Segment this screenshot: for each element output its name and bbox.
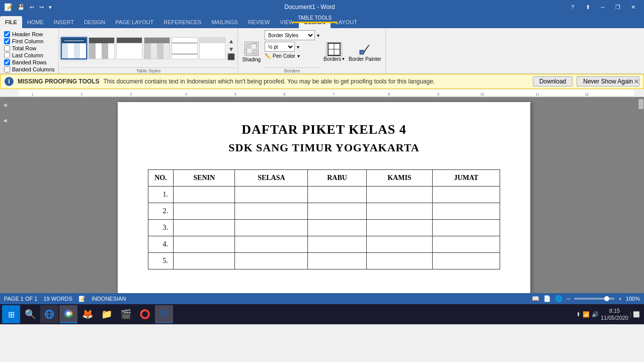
last-column-checkbox[interactable] bbox=[4, 52, 10, 58]
cell-data[interactable] bbox=[308, 203, 366, 220]
cell-data[interactable] bbox=[308, 187, 366, 203]
cell-no[interactable]: 3. bbox=[148, 220, 174, 236]
cell-no[interactable]: 1. bbox=[148, 187, 174, 203]
shading-button[interactable]: Shading bbox=[242, 42, 261, 62]
borders-dropdown-arrow[interactable]: ▾ bbox=[342, 56, 345, 61]
cell-data[interactable] bbox=[433, 187, 500, 203]
cell-data[interactable] bbox=[174, 220, 235, 236]
tab-references[interactable]: REFERENCES bbox=[158, 16, 206, 28]
tab-file[interactable]: FILE bbox=[0, 16, 22, 28]
table-style-2[interactable] bbox=[89, 37, 115, 59]
taskbar-firefox[interactable]: 🦊 bbox=[78, 305, 97, 323]
cell-data[interactable] bbox=[366, 236, 432, 253]
help-btn[interactable]: ? bbox=[566, 2, 580, 12]
taskbar-search[interactable]: 🔍 bbox=[21, 305, 39, 323]
cell-data[interactable] bbox=[366, 187, 432, 203]
tab-review[interactable]: REVIEW bbox=[243, 16, 275, 28]
taskbar-show-desktop[interactable]: ⬜ bbox=[630, 311, 640, 318]
cell-data[interactable] bbox=[174, 236, 235, 253]
table-style-selected[interactable] bbox=[61, 37, 87, 59]
cell-data[interactable] bbox=[235, 253, 308, 269]
taskbar-systray[interactable]: ⬆ bbox=[576, 311, 581, 318]
header-row-checkbox[interactable] bbox=[4, 31, 10, 37]
table-style-4[interactable] bbox=[144, 37, 170, 59]
download-button[interactable]: Download bbox=[533, 76, 573, 86]
border-painter-button[interactable]: Border Painter bbox=[349, 42, 381, 62]
taskbar-clock[interactable]: 8:15 11/05/2020 bbox=[601, 307, 628, 322]
tab-insert[interactable]: INSERT bbox=[49, 16, 79, 28]
document-area[interactable]: DAFTAR PIKET KELAS 4 SDK SANG TIMUR YOGY… bbox=[10, 97, 638, 293]
zoom-out-btn[interactable]: ─ bbox=[567, 296, 571, 302]
tab-mailings[interactable]: MAILINGS bbox=[206, 16, 243, 28]
cell-data[interactable] bbox=[174, 187, 235, 203]
first-column-option[interactable]: First Column bbox=[4, 38, 54, 44]
taskbar-explorer[interactable]: 📁 bbox=[98, 305, 116, 323]
taskbar-ie[interactable] bbox=[40, 305, 58, 323]
minimize-btn[interactable]: ─ bbox=[596, 2, 610, 12]
styles-more[interactable]: ⬛ bbox=[227, 53, 235, 60]
styles-scroll-up[interactable]: ▲ bbox=[227, 37, 235, 45]
cell-data[interactable] bbox=[433, 236, 500, 253]
cell-data[interactable] bbox=[308, 253, 366, 269]
taskbar-chrome[interactable] bbox=[59, 305, 77, 323]
save-qa-btn[interactable]: 💾 bbox=[16, 3, 27, 12]
cell-data[interactable] bbox=[308, 236, 366, 253]
total-row-option[interactable]: Total Row bbox=[4, 45, 54, 51]
cell-data[interactable] bbox=[235, 220, 308, 236]
read-mode-icon[interactable]: 📖 bbox=[532, 295, 539, 302]
info-close-button[interactable]: ✕ bbox=[632, 76, 640, 86]
print-layout-icon[interactable]: 📄 bbox=[543, 295, 551, 302]
taskbar-sound[interactable]: 🔊 bbox=[592, 311, 599, 318]
border-styles-select[interactable]: Border Styles bbox=[265, 30, 315, 40]
margin-arrow-top[interactable]: ◀ bbox=[3, 102, 7, 108]
zoom-in-btn[interactable]: + bbox=[618, 296, 621, 302]
ribbon-toggle-btn[interactable]: ⬆ bbox=[581, 2, 595, 12]
cell-data[interactable] bbox=[366, 253, 432, 269]
borders-button[interactable]: Borders ▾ bbox=[324, 42, 345, 62]
first-column-checkbox[interactable] bbox=[4, 38, 10, 44]
redo-qa-btn[interactable]: ↪ bbox=[37, 3, 46, 12]
close-btn[interactable]: ✕ bbox=[626, 2, 640, 12]
cell-no[interactable]: 4. bbox=[148, 236, 174, 253]
taskbar-filmora[interactable]: 🎬 bbox=[117, 305, 135, 323]
cell-data[interactable] bbox=[235, 236, 308, 253]
cell-data[interactable] bbox=[366, 203, 432, 220]
pen-weight-dropdown[interactable]: ▾ bbox=[297, 44, 299, 50]
restore-btn[interactable]: ❐ bbox=[611, 2, 625, 12]
styles-scroll-down[interactable]: ▼ bbox=[227, 45, 235, 53]
cell-data[interactable] bbox=[235, 203, 308, 220]
taskbar-app7[interactable]: ⭕ bbox=[136, 305, 154, 323]
never-show-button[interactable]: Never Show Again bbox=[577, 76, 639, 86]
tab-page-layout[interactable]: PAGE LAYOUT bbox=[110, 16, 158, 28]
header-row-option[interactable]: Header Row bbox=[4, 31, 54, 37]
taskbar-word[interactable]: W bbox=[155, 305, 173, 323]
cell-data[interactable] bbox=[235, 187, 308, 203]
cell-data[interactable] bbox=[433, 203, 500, 220]
banded-columns-checkbox[interactable] bbox=[4, 66, 10, 72]
language[interactable]: INDONESIAN bbox=[92, 296, 126, 302]
last-column-option[interactable]: Last Column bbox=[4, 52, 54, 58]
tab-design-doc[interactable]: DESIGN bbox=[79, 16, 110, 28]
taskbar-network[interactable]: 📶 bbox=[583, 311, 590, 318]
cell-data[interactable] bbox=[433, 253, 500, 269]
banded-rows-checkbox[interactable] bbox=[4, 59, 10, 65]
border-styles-dropdown[interactable]: ▾ bbox=[317, 33, 319, 38]
pen-color-dropdown[interactable]: ▾ bbox=[297, 53, 300, 59]
undo-qa-btn[interactable]: ↩ bbox=[28, 3, 36, 12]
tab-home[interactable]: HOME bbox=[22, 16, 49, 28]
table-style-6[interactable] bbox=[199, 37, 225, 59]
cell-no[interactable]: 5. bbox=[148, 253, 174, 269]
cell-data[interactable] bbox=[174, 203, 235, 220]
total-row-checkbox[interactable] bbox=[4, 45, 10, 51]
cell-no[interactable]: 2. bbox=[148, 203, 174, 220]
pen-weight-select[interactable]: ½ pt bbox=[265, 42, 295, 52]
cell-data[interactable] bbox=[174, 253, 235, 269]
cell-data[interactable] bbox=[433, 220, 500, 236]
customize-qa-btn[interactable]: ▾ bbox=[47, 3, 54, 12]
scrollbar[interactable] bbox=[638, 97, 644, 293]
spell-check-icon[interactable]: 📝 bbox=[78, 296, 86, 302]
banded-columns-option[interactable]: Banded Columns bbox=[4, 66, 54, 72]
table-style-5[interactable] bbox=[172, 37, 198, 59]
scrollbar-thumb[interactable] bbox=[638, 99, 643, 109]
web-layout-icon[interactable]: 🌐 bbox=[555, 295, 562, 302]
